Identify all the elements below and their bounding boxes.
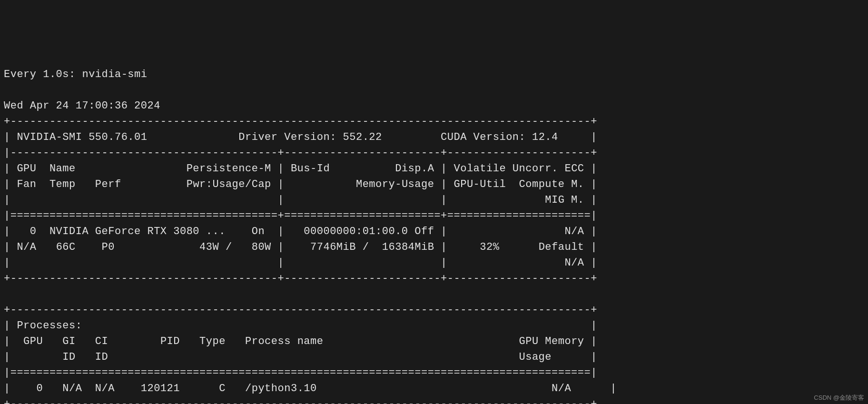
hdr-disp: Disp.A <box>395 163 434 175</box>
cuda-label: CUDA Version: <box>441 131 525 143</box>
watermark: CSDN @金陵寄客 <box>814 393 864 403</box>
proc-type: C <box>219 383 226 394</box>
gpu-util: 32% <box>480 241 499 253</box>
proc-hdr-gpu: GPU <box>23 335 43 347</box>
gpu-disp: Off <box>414 226 434 237</box>
gpu-mem-used: 7746MiB <box>310 241 356 253</box>
hdr-perf: Perf <box>95 178 121 190</box>
gpu-index: 0 <box>30 226 37 237</box>
hdr-mig: MIG M. <box>545 194 584 206</box>
cuda-version: 12.4 <box>532 131 558 143</box>
driver-label: Driver Version: <box>238 131 336 143</box>
gpu-perf: P0 <box>102 241 115 253</box>
proc-hdr-id2: ID <box>95 351 108 363</box>
proc-hdr-id1: ID <box>62 351 75 363</box>
gpu-pwr-usage: 43W <box>199 241 219 253</box>
hdr-memusage: Memory-Usage <box>356 178 434 190</box>
proc-hdr-type: Type <box>199 335 226 347</box>
hdr-fan: Fan <box>17 178 36 190</box>
hdr-gpu: GPU <box>17 163 36 175</box>
proc-hdr-ci: CI <box>95 335 108 347</box>
hdr-compute: Compute M. <box>519 178 584 190</box>
proc-gpu: 0 <box>37 383 43 394</box>
proc-hdr-usage: Usage <box>519 351 552 363</box>
hdr-pwr: Pwr:Usage/Cap <box>187 178 271 190</box>
gpu-busid: 00000000:01:00.0 <box>304 226 408 237</box>
smi-label: NVIDIA-SMI <box>17 131 82 143</box>
hdr-persistence: Persistence-M <box>187 163 271 175</box>
proc-gi: N/A <box>62 383 82 394</box>
gpu-persistence: On <box>252 226 265 237</box>
hdr-gpuutil: GPU-Util <box>454 178 506 190</box>
smi-version: 550.76.01 <box>89 131 147 143</box>
driver-version: 552.22 <box>343 131 382 143</box>
proc-hdr-pid: PID <box>160 335 180 347</box>
gpu-mig: N/A <box>564 257 584 269</box>
gpu-pwr-cap: 80W <box>252 241 271 253</box>
proc-hdr-mem: GPU Memory <box>519 335 584 347</box>
hdr-busid: Bus-Id <box>291 163 330 175</box>
hdr-name: Name <box>49 163 76 175</box>
proc-ci: N/A <box>95 383 115 394</box>
gpu-fan: N/A <box>17 241 36 253</box>
processes-title: Processes: <box>17 320 82 332</box>
proc-mem: N/A <box>552 383 571 394</box>
gpu-name: NVIDIA GeForce RTX 3080 ... <box>49 226 226 237</box>
gpu-ecc: N/A <box>564 226 584 237</box>
proc-hdr-gi: GI <box>62 335 75 347</box>
proc-pid: 120121 <box>141 383 180 394</box>
proc-name: /python3.10 <box>245 383 317 394</box>
gpu-mem-total: 16384MiB <box>382 241 434 253</box>
terminal-output: Every 1.0s: nvidia-smi Wed Apr 24 17:00:… <box>4 67 864 404</box>
hdr-volatile: Volatile Uncorr. ECC <box>454 163 584 175</box>
watch-header: Every 1.0s: nvidia-smi <box>4 69 147 80</box>
hdr-temp: Temp <box>49 178 76 190</box>
gpu-compute: Default <box>539 241 584 253</box>
proc-hdr-name: Process name <box>245 335 323 347</box>
timestamp: Wed Apr 24 17:00:36 2024 <box>4 100 160 112</box>
gpu-temp: 66C <box>56 241 76 253</box>
